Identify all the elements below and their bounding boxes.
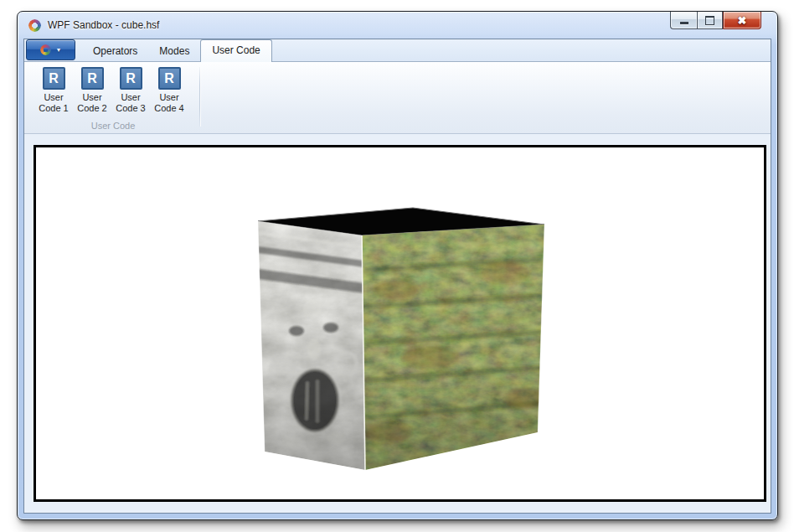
window-controls: ✖ [670, 12, 761, 29]
user-code-3-button[interactable]: R UserCode 3 [111, 66, 150, 114]
user-code-2-button[interactable]: R UserCode 2 [73, 66, 111, 114]
button-label-line1: User [159, 92, 178, 102]
r-script-icon: R [158, 67, 181, 90]
tab-modes[interactable]: Modes [148, 41, 200, 61]
button-label: UserCode 1 [39, 92, 68, 114]
close-button[interactable]: ✖ [723, 12, 761, 29]
cube-scene [36, 147, 764, 499]
tab-operators[interactable]: Operators [82, 41, 148, 61]
app-logo-swirl-icon [28, 19, 41, 32]
user-code-4-button[interactable]: R UserCode 4 [150, 66, 188, 114]
r-script-icon: R [43, 67, 65, 90]
button-label: UserCode 2 [77, 92, 106, 114]
client-area: ▼ Operators Modes User Code R UserCode 1… [23, 39, 771, 514]
button-label-line2: Code 3 [116, 103, 145, 113]
close-icon: ✖ [738, 15, 747, 26]
application-window: WPF Sandbox - cube.hsf ✖ ▼ Operators Mod… [17, 11, 778, 520]
screenshot-root: { "window": { "title": "WPF Sandbox - cu… [0, 0, 794, 532]
title-bar[interactable]: WPF Sandbox - cube.hsf [18, 12, 777, 39]
button-label: UserCode 3 [116, 92, 145, 114]
cube-right-face-grass [356, 218, 550, 478]
app-logo-swirl-icon [40, 44, 51, 55]
content-area [24, 134, 771, 513]
button-label: UserCode 4 [154, 92, 183, 114]
button-label-line2: Code 2 [77, 103, 106, 113]
minimize-icon [680, 22, 688, 24]
minimize-button[interactable] [670, 12, 697, 29]
tab-user-code[interactable]: User Code [200, 39, 271, 62]
restore-button[interactable] [697, 12, 723, 29]
button-label-line2: Code 4 [154, 103, 183, 113]
button-label-line2: Code 1 [39, 103, 68, 113]
application-menu-button[interactable]: ▼ [26, 39, 75, 60]
user-code-1-button[interactable]: R UserCode 1 [34, 66, 73, 114]
ribbon-tab-strip: ▼ Operators Modes User Code [24, 39, 771, 62]
ribbon: R UserCode 1 R UserCode 2 R UserCode 3 R… [24, 62, 771, 134]
r-script-icon: R [81, 67, 104, 90]
ribbon-button-row: R UserCode 1 R UserCode 2 R UserCode 3 R… [34, 62, 192, 114]
r-script-icon: R [120, 67, 142, 90]
restore-icon [705, 16, 714, 25]
button-label-line1: User [121, 92, 140, 102]
3d-viewport[interactable] [34, 145, 766, 502]
ribbon-group-label: User Code [34, 121, 192, 131]
cube-left-face-stone [250, 213, 375, 479]
window-title: WPF Sandbox - cube.hsf [48, 19, 159, 31]
button-label-line1: User [82, 92, 101, 102]
button-label-line1: User [44, 92, 63, 102]
ribbon-group-user-code: R UserCode 1 R UserCode 2 R UserCode 3 R… [34, 62, 192, 133]
chevron-down-icon: ▼ [56, 47, 62, 53]
